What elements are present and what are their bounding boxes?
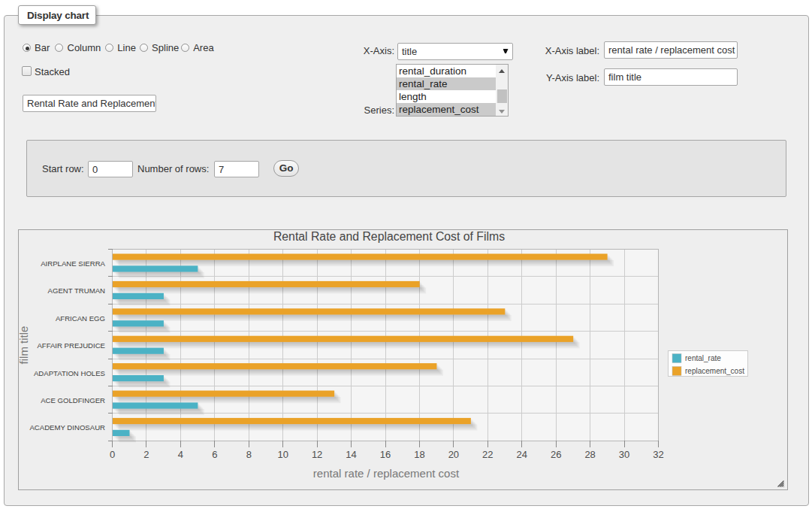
svg-text:20: 20 — [448, 449, 459, 460]
svg-text:ACADEMY DINOSAUR: ACADEMY DINOSAUR — [29, 423, 105, 432]
svg-text:18: 18 — [414, 449, 424, 460]
svg-text:film title: film title — [18, 326, 30, 365]
svg-text:0: 0 — [110, 449, 115, 460]
svg-text:26: 26 — [551, 449, 561, 460]
svg-text:6: 6 — [212, 449, 217, 460]
svg-text:14: 14 — [346, 449, 356, 460]
svg-text:24: 24 — [517, 449, 527, 460]
svg-text:16: 16 — [380, 449, 391, 460]
svg-text:ACE GOLDFINGER: ACE GOLDFINGER — [41, 396, 105, 404]
svg-text:rental rate / replacement cost: rental rate / replacement cost — [313, 467, 460, 480]
svg-text:30: 30 — [619, 449, 629, 460]
svg-text:rental_rate: rental_rate — [685, 354, 721, 362]
svg-text:Rental Rate and Replacement Co: Rental Rate and Replacement Cost of Film… — [273, 230, 505, 243]
svg-text:AIRPLANE SIERRA: AIRPLANE SIERRA — [41, 259, 105, 268]
svg-text:AGENT TRUMAN: AGENT TRUMAN — [48, 286, 105, 295]
svg-text:32: 32 — [653, 449, 663, 460]
svg-text:2: 2 — [143, 449, 149, 460]
svg-text:AFRICAN EGG: AFRICAN EGG — [56, 314, 105, 323]
svg-text:replacement_cost: replacement_cost — [685, 367, 744, 375]
svg-text:22: 22 — [482, 449, 493, 460]
svg-text:ADAPTATION HOLES: ADAPTATION HOLES — [34, 369, 105, 377]
svg-text:8: 8 — [246, 449, 252, 460]
svg-text:12: 12 — [312, 449, 322, 460]
svg-text:4: 4 — [178, 449, 183, 460]
svg-text:AFFAIR PREJUDICE: AFFAIR PREJUDICE — [37, 341, 105, 350]
svg-text:28: 28 — [584, 449, 595, 460]
svg-text:10: 10 — [277, 449, 288, 460]
